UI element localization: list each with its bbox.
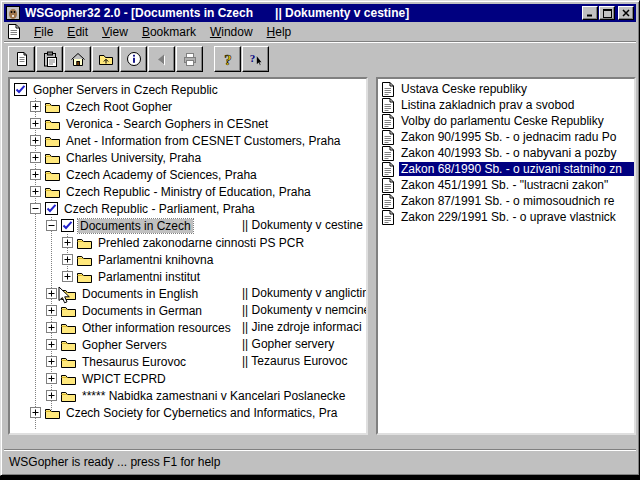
- expander-plus-icon[interactable]: [46, 356, 57, 367]
- list-item-label[interactable]: Listina zakladnich prav a svobod: [399, 98, 634, 112]
- close-button[interactable]: [618, 6, 634, 20]
- expander-plus-icon[interactable]: [62, 271, 73, 282]
- folder-icon: [61, 372, 76, 385]
- minimize-button[interactable]: [582, 6, 598, 20]
- tree-item-label[interactable]: Czech Republic - Parliament, Praha: [62, 202, 257, 216]
- help-button[interactable]: ?: [214, 46, 241, 72]
- menu-file[interactable]: File: [27, 23, 60, 41]
- tree-item-label[interactable]: Prehled zakonodarne cinnosti PS PCR: [96, 236, 306, 250]
- tree-item-label[interactable]: WPICT ECPRD: [80, 372, 168, 386]
- tree-item[interactable]: Other information resources|| Jine zdroj…: [10, 319, 366, 336]
- tree-item-label[interactable]: Gopher Servers: [80, 338, 169, 352]
- tree-item[interactable]: Parlamentni knihovna: [10, 251, 366, 268]
- tree-item[interactable]: Documents in German|| Dokumenty v nemcin…: [10, 302, 366, 319]
- tree-item-label[interactable]: Parlamentni knihovna: [96, 253, 215, 267]
- tree-item[interactable]: Gopher Servers in Czech Republic: [10, 81, 366, 98]
- tree-item[interactable]: Veronica - Search Gophers in CESnet: [10, 115, 366, 132]
- expander-plus-icon[interactable]: [30, 407, 41, 418]
- context-help-button[interactable]: ?: [242, 46, 269, 72]
- tree-item[interactable]: Prehled zakonodarne cinnosti PS PCR: [10, 234, 366, 251]
- expander-plus-icon[interactable]: [62, 237, 73, 248]
- parent-directory-button[interactable]: [92, 46, 119, 72]
- expander-minus-icon[interactable]: [30, 203, 41, 214]
- list-item[interactable]: Volby do parlamentu Ceske Republiky: [378, 113, 634, 129]
- menu-help[interactable]: Help: [260, 23, 299, 41]
- tree-item[interactable]: Czech Republic - Ministry of Education, …: [10, 183, 366, 200]
- list-item-label[interactable]: Zakon 451/1991 Sb. - "lustracni zakon": [399, 178, 634, 192]
- tree-item[interactable]: Thesaurus Eurovoc|| Tezaurus Eurovoc: [10, 353, 366, 370]
- check-icon: [45, 202, 58, 215]
- expander-plus-icon[interactable]: [30, 152, 41, 163]
- tree-item-label[interactable]: Czech Academy of Sciences, Praha: [64, 168, 259, 182]
- list-item-label[interactable]: Volby do parlamentu Ceske Republiky: [399, 114, 634, 128]
- menu-bookmark[interactable]: Bookmark: [135, 23, 203, 41]
- list-item[interactable]: Ustava Ceske republiky: [378, 81, 634, 97]
- list-item[interactable]: Zakon 90/1995 Sb. - o jednacim radu Po: [378, 129, 634, 145]
- tree-item-label[interactable]: Czech Society for Cybernetics and Inform…: [64, 406, 339, 420]
- tree-item-secondary-label: || Dokumenty v nemcine: [240, 303, 368, 317]
- expander-plus-icon[interactable]: [30, 186, 41, 197]
- expander-minus-icon[interactable]: [46, 220, 57, 231]
- tree-item[interactable]: Czech Republic - Parliament, Praha: [10, 200, 366, 217]
- expander-plus-icon[interactable]: [30, 101, 41, 112]
- menu-window[interactable]: Window: [203, 23, 260, 41]
- tree-item-label[interactable]: Gopher Servers in Czech Republic: [31, 83, 220, 97]
- list-item-label[interactable]: Zakon 68/1990 Sb. - o uzivani statniho z…: [399, 162, 634, 176]
- list-item[interactable]: Listina zakladnich prav a svobod: [378, 97, 634, 113]
- tree-item-label[interactable]: Anet - Information from CESNET Customers…: [64, 134, 343, 148]
- menu-view[interactable]: View: [95, 23, 135, 41]
- tree-item[interactable]: WPICT ECPRD: [10, 370, 366, 387]
- tree-item[interactable]: Gopher Servers|| Gopher servery: [10, 336, 366, 353]
- tree-item[interactable]: Czech Society for Cybernetics and Inform…: [10, 404, 366, 421]
- tree-item-label[interactable]: Documents in English: [80, 287, 200, 301]
- tree-item-label[interactable]: ***** Nabidka zamestnani v Kancelari Pos…: [80, 389, 347, 403]
- list-item-label[interactable]: Zakon 229/1991 Sb. - o uprave vlastnick: [399, 210, 634, 224]
- expander-plus-icon[interactable]: [30, 118, 41, 129]
- tree-item[interactable]: ***** Nabidka zamestnani v Kancelari Pos…: [10, 387, 366, 404]
- expander-plus-icon[interactable]: [46, 288, 57, 299]
- expander-plus-icon[interactable]: [46, 390, 57, 401]
- tree-item[interactable]: Documents in Czech|| Dokumenty v cestine: [10, 217, 366, 234]
- expander-plus-icon[interactable]: [46, 339, 57, 350]
- tree-item[interactable]: Czech Academy of Sciences, Praha: [10, 166, 366, 183]
- list-item[interactable]: Zakon 40/1993 Sb. - o nabyvani a pozby: [378, 145, 634, 161]
- list-item-label[interactable]: Zakon 87/1991 Sb. - o mimosoudnich re: [399, 194, 634, 208]
- tree-item-label[interactable]: Czech Republic - Ministry of Education, …: [64, 185, 313, 199]
- expander-plus-icon[interactable]: [46, 373, 57, 384]
- tree-item-label[interactable]: Parlamentni institut: [96, 270, 202, 284]
- bookmark-tree-pane: Gopher Servers in Czech RepublicCzech Ro…: [8, 77, 368, 435]
- list-item-label[interactable]: Ustava Ceske republiky: [399, 82, 634, 96]
- home-gopher-button[interactable]: [64, 46, 91, 72]
- tree-item[interactable]: Parlamentni institut: [10, 268, 366, 285]
- tree-item[interactable]: Anet - Information from CESNET Customers…: [10, 132, 366, 149]
- maximize-button[interactable]: [599, 6, 615, 20]
- tree-item-label[interactable]: Czech Root Gopher: [64, 100, 174, 114]
- mdi-document-icon[interactable]: [7, 24, 23, 40]
- expander-plus-icon[interactable]: [30, 135, 41, 146]
- tree-item-label[interactable]: Documents in Czech: [78, 219, 193, 233]
- tree-item[interactable]: Czech Root Gopher: [10, 98, 366, 115]
- menu-edit[interactable]: Edit: [60, 23, 95, 41]
- list-item[interactable]: Zakon 451/1991 Sb. - "lustracni zakon": [378, 177, 634, 193]
- check-icon: [61, 219, 74, 232]
- tree-item-label[interactable]: Thesaurus Eurovoc: [80, 355, 188, 369]
- app-icon[interactable]: [6, 6, 22, 20]
- tree-item[interactable]: Charles University, Praha: [10, 149, 366, 166]
- list-item[interactable]: Zakon 87/1991 Sb. - o mimosoudnich re: [378, 193, 634, 209]
- item-info-button[interactable]: [120, 46, 147, 72]
- expander-plus-icon[interactable]: [46, 322, 57, 333]
- tree-item-label[interactable]: Veronica - Search Gophers in CESnet: [64, 117, 270, 131]
- list-item-label[interactable]: Zakon 40/1993 Sb. - o nabyvani a pozby: [399, 146, 634, 160]
- list-item[interactable]: Zakon 68/1990 Sb. - o uzivani statniho z…: [378, 161, 634, 177]
- tree-item[interactable]: Documents in English|| Dokumenty v angli…: [10, 285, 366, 302]
- paste-button[interactable]: [36, 46, 63, 72]
- expander-plus-icon[interactable]: [30, 169, 41, 180]
- expander-plus-icon[interactable]: [62, 254, 73, 265]
- list-item-label[interactable]: Zakon 90/1995 Sb. - o jednacim radu Po: [399, 130, 634, 144]
- tree-item-label[interactable]: Documents in German: [80, 304, 204, 318]
- list-item[interactable]: Zakon 229/1991 Sb. - o uprave vlastnick: [378, 209, 634, 225]
- fetch-document-button[interactable]: [8, 46, 35, 72]
- tree-item-label[interactable]: Charles University, Praha: [64, 151, 203, 165]
- tree-item-label[interactable]: Other information resources: [80, 321, 233, 335]
- expander-plus-icon[interactable]: [46, 305, 57, 316]
